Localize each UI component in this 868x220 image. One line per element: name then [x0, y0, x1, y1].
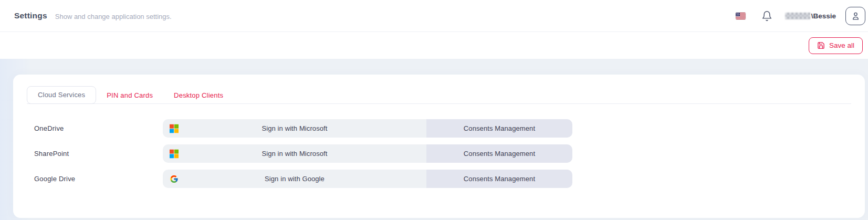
service-actions: Sign in with Google Consents Management	[163, 170, 572, 188]
sign-in-with-google-button[interactable]: Sign in with Google	[163, 170, 426, 188]
actions-toolbar: Save all	[0, 32, 868, 59]
tab-cloud-services[interactable]: Cloud Services	[27, 86, 96, 104]
tab-pin-and-cards[interactable]: PIN and Cards	[96, 87, 163, 103]
sign-in-with-microsoft-button[interactable]: Sign in with Microsoft	[163, 144, 426, 163]
sign-in-with-microsoft-button[interactable]: Sign in with Microsoft	[163, 119, 426, 138]
sign-in-label: Sign in with Google	[265, 175, 325, 183]
sign-in-label: Sign in with Microsoft	[262, 150, 327, 158]
cloud-services-list: OneDrive Sign in with Microsoft	[27, 119, 851, 188]
sign-in-label: Sign in with Microsoft	[262, 124, 327, 132]
settings-card: Cloud Services PIN and Cards Desktop Cli…	[13, 75, 865, 218]
service-actions: Sign in with Microsoft Consents Manageme…	[163, 119, 572, 138]
service-row-sharepoint: SharePoint Sign in with Microsoft	[27, 144, 851, 163]
consents-management-button[interactable]: Consents Management	[426, 119, 572, 138]
consents-label: Consents Management	[464, 175, 535, 183]
tab-desktop-clients[interactable]: Desktop Clients	[163, 87, 234, 103]
service-row-onedrive: OneDrive Sign in with Microsoft	[27, 119, 851, 138]
service-row-google-drive: Google Drive Sign in with Google	[27, 170, 851, 188]
consents-label: Consents Management	[464, 124, 535, 132]
us-flag-icon	[736, 13, 746, 19]
google-logo-icon	[170, 174, 179, 183]
username-label: \Bessie	[811, 12, 836, 20]
notifications-button[interactable]	[761, 11, 772, 22]
service-name: OneDrive	[34, 124, 163, 132]
page-background: Cloud Services PIN and Cards Desktop Cli…	[0, 59, 868, 220]
censored-domain-text	[785, 13, 810, 19]
page-subtitle: Show and change application settings.	[55, 12, 172, 20]
current-user: \Bessie	[785, 12, 836, 20]
save-all-button[interactable]: Save all	[809, 37, 863, 54]
language-selector[interactable]	[734, 9, 748, 23]
bell-icon	[761, 11, 772, 22]
service-actions: Sign in with Microsoft Consents Manageme…	[163, 144, 572, 163]
top-header-bar: Settings Show and change application set…	[0, 0, 868, 32]
consents-label: Consents Management	[464, 150, 535, 158]
page-title: Settings	[14, 11, 47, 20]
user-profile-button[interactable]	[845, 7, 865, 25]
save-all-label: Save all	[829, 41, 854, 49]
service-name: SharePoint	[34, 150, 163, 158]
consents-management-button[interactable]: Consents Management	[426, 144, 572, 163]
settings-tabs: Cloud Services PIN and Cards Desktop Cli…	[27, 86, 851, 104]
service-name: Google Drive	[34, 175, 163, 183]
person-icon	[851, 11, 861, 21]
save-icon	[817, 41, 825, 49]
consents-management-button[interactable]: Consents Management	[426, 170, 572, 188]
microsoft-logo-icon	[170, 124, 179, 133]
topbar-right-actions: \Bessie	[734, 7, 865, 25]
microsoft-logo-icon	[170, 149, 179, 158]
